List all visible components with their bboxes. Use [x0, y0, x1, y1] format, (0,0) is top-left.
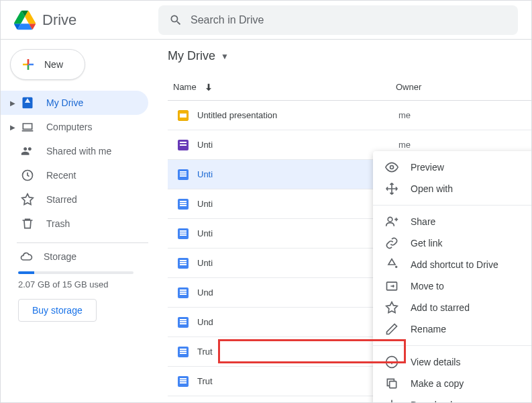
people-icon	[19, 144, 36, 158]
file-name: Unti	[197, 228, 398, 238]
column-name[interactable]: Name	[168, 82, 396, 93]
menu-preview[interactable]: Preview	[373, 156, 532, 178]
nav-shared[interactable]: Shared with me	[1, 139, 148, 163]
file-name: Trut	[197, 347, 398, 357]
file-name: Untitled presentation	[197, 110, 398, 120]
file-name: Unti	[197, 169, 398, 179]
chevron-right-icon: ▶	[10, 124, 19, 131]
file-type-icon	[174, 287, 192, 298]
file-name: Unti	[197, 199, 398, 209]
menu-get-link[interactable]: Get link	[373, 232, 532, 254]
menu-open-with[interactable]: Open with›	[373, 178, 532, 199]
drive-logo-icon	[14, 9, 36, 31]
file-type-icon	[174, 317, 192, 328]
person-add-icon	[384, 215, 400, 228]
file-type-icon	[174, 228, 192, 239]
file-name: Und	[197, 317, 398, 327]
menu-share[interactable]: Share	[373, 211, 532, 232]
column-owner[interactable]: Owner	[396, 82, 421, 92]
breadcrumb[interactable]: My Drive ▼	[168, 49, 531, 63]
menu-rename[interactable]: Rename	[373, 318, 532, 340]
drive-icon	[19, 96, 36, 109]
trash-icon	[19, 217, 36, 230]
search-placeholder: Search in Drive	[191, 14, 264, 26]
nav-trash[interactable]: Trash	[1, 212, 148, 236]
file-type-icon	[174, 347, 192, 357]
menu-add-starred[interactable]: Add to starred	[373, 297, 532, 318]
star-icon	[19, 193, 36, 206]
computers-icon	[19, 120, 36, 134]
nav-starred[interactable]: Starred	[1, 187, 148, 212]
svg-point-1	[390, 166, 394, 169]
menu-divider	[373, 205, 532, 206]
menu-download[interactable]: Download	[373, 394, 532, 403]
star-icon	[384, 301, 400, 314]
pencil-icon	[384, 322, 400, 336]
file-type-icon	[174, 110, 192, 121]
app-header: Drive Search in Drive	[1, 1, 531, 40]
app-name: Drive	[42, 11, 76, 29]
file-type-icon	[174, 199, 192, 210]
sidebar: New ▶ My Drive ▶ Computers Shared with m…	[1, 40, 158, 402]
divider	[17, 242, 148, 243]
nav-storage[interactable]: Storage	[1, 250, 158, 263]
clock-icon	[19, 169, 36, 182]
context-menu: Preview Open with› Share Get link Add sh…	[373, 151, 532, 403]
svg-point-2	[388, 217, 392, 222]
copy-icon	[384, 377, 400, 390]
chevron-down-icon: ▼	[221, 52, 229, 61]
plus-icon	[20, 56, 36, 73]
menu-view-details[interactable]: View details	[373, 351, 532, 373]
menu-make-copy[interactable]: Make a copy	[373, 373, 532, 394]
file-name: Unti	[197, 140, 398, 150]
content-area: My Drive ▼ Name Owner Untitled presentat…	[158, 40, 531, 402]
file-name: Trut	[197, 376, 398, 386]
file-type-icon	[174, 376, 192, 387]
menu-move-to[interactable]: Move to	[373, 275, 532, 297]
file-type-icon	[174, 169, 192, 180]
link-icon	[384, 236, 400, 250]
file-owner: me	[398, 140, 411, 150]
file-type-icon	[174, 258, 192, 269]
search-icon	[169, 13, 182, 27]
file-row[interactable]: Untitled presentationme	[168, 101, 531, 130]
table-header: Name Owner	[168, 74, 531, 101]
nav-computers[interactable]: ▶ Computers	[1, 115, 148, 139]
file-name: Unti	[197, 258, 398, 268]
move-icon	[384, 279, 400, 293]
file-owner: me	[398, 110, 411, 120]
buy-storage-button[interactable]: Buy storage	[18, 299, 97, 322]
new-label: New	[44, 59, 63, 70]
storage-text: 2.07 GB of 15 GB used	[1, 279, 158, 289]
file-name: Und	[197, 287, 398, 298]
nav-my-drive[interactable]: ▶ My Drive	[1, 91, 148, 115]
menu-add-shortcut[interactable]: Add shortcut to Drive	[373, 254, 532, 275]
info-icon	[384, 355, 400, 369]
file-type-icon	[174, 140, 192, 150]
logo-area[interactable]: Drive	[1, 9, 158, 31]
storage-bar	[18, 271, 134, 274]
shortcut-icon	[384, 258, 400, 271]
svg-rect-5	[390, 382, 396, 388]
nav-list: ▶ My Drive ▶ Computers Shared with me Re…	[1, 91, 158, 236]
arrows-icon	[384, 182, 400, 195]
main-area: New ▶ My Drive ▶ Computers Shared with m…	[1, 40, 531, 402]
cloud-icon	[19, 250, 33, 263]
download-icon	[384, 398, 400, 403]
nav-recent[interactable]: Recent	[1, 163, 148, 187]
search-bar[interactable]: Search in Drive	[158, 5, 518, 35]
menu-divider	[373, 345, 532, 346]
sort-down-icon	[203, 82, 214, 93]
eye-icon	[384, 161, 400, 174]
chevron-right-icon: ▶	[10, 99, 19, 107]
new-button[interactable]: New	[10, 49, 85, 80]
